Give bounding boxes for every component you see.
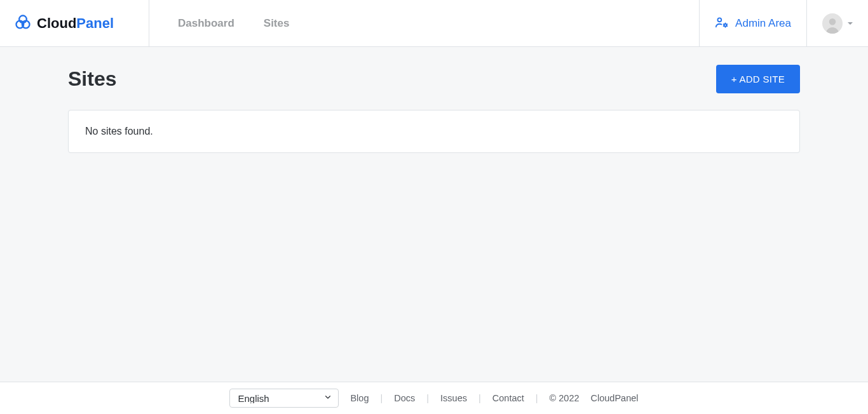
language-select[interactable]: English <box>229 389 339 408</box>
sites-empty-card: No sites found. <box>68 110 800 153</box>
language-select-wrap: English <box>229 389 339 408</box>
users-gear-icon <box>715 15 729 32</box>
cloud-logo-icon <box>14 13 32 34</box>
footer-separator: | <box>536 393 538 403</box>
nav-dashboard[interactable]: Dashboard <box>178 17 234 30</box>
svg-point-3 <box>718 18 722 22</box>
empty-state-text: No sites found. <box>85 126 153 137</box>
footer-link-issues[interactable]: Issues <box>440 393 467 403</box>
footer-product: CloudPanel <box>591 393 639 403</box>
brand-cell: CloudPanel <box>0 0 149 46</box>
brand-text-part1: Cloud <box>37 15 76 31</box>
primary-nav: Dashboard Sites <box>149 0 699 46</box>
admin-area-link[interactable]: Admin Area <box>699 0 807 46</box>
user-menu[interactable] <box>807 0 868 46</box>
footer-separator: | <box>478 393 481 403</box>
footer-separator: | <box>380 393 383 403</box>
nav-sites[interactable]: Sites <box>264 17 290 30</box>
avatar <box>822 13 843 34</box>
footer-link-docs[interactable]: Docs <box>394 393 415 403</box>
footer-separator: | <box>426 393 429 403</box>
caret-down-icon <box>848 22 853 25</box>
page-head: Sites + ADD SITE <box>68 65 800 93</box>
footer-copyright: © 2022 <box>550 393 580 403</box>
svg-point-5 <box>829 18 836 25</box>
page-title: Sites <box>68 67 116 91</box>
footer-link-blog[interactable]: Blog <box>350 393 369 403</box>
admin-area-label: Admin Area <box>735 17 791 30</box>
add-site-button[interactable]: + ADD SITE <box>716 65 800 93</box>
top-header: CloudPanel Dashboard Sites Admin Area <box>0 0 868 47</box>
brand-text: CloudPanel <box>37 15 114 32</box>
footer: English Blog | Docs | Issues | Contact |… <box>0 382 868 414</box>
brand-link[interactable]: CloudPanel <box>14 13 114 34</box>
main-content: Sites + ADD SITE No sites found. <box>0 47 868 382</box>
brand-text-part2: Panel <box>76 15 114 31</box>
footer-link-contact[interactable]: Contact <box>492 393 524 403</box>
